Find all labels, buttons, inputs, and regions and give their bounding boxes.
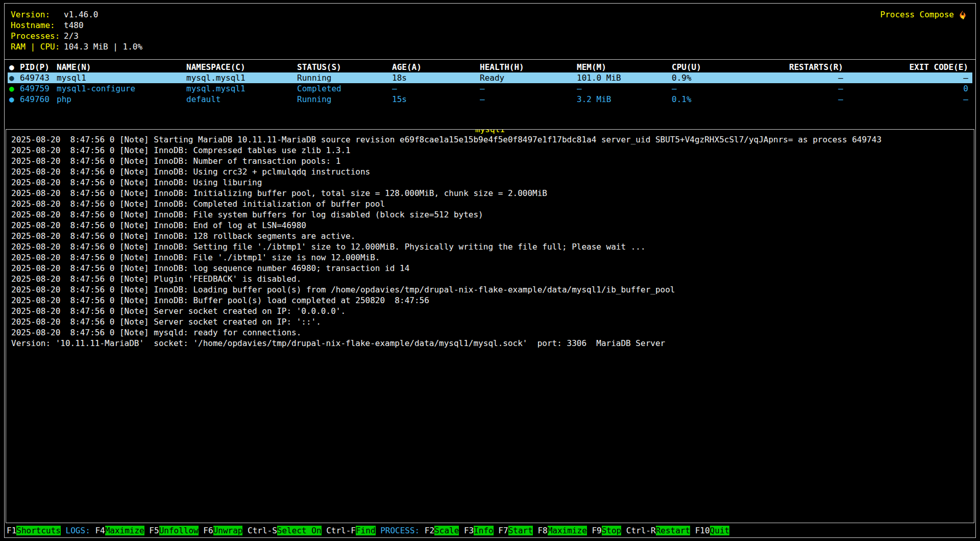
log-line: Version: '10.11.11-MariaDB' socket: '/ho… — [11, 338, 969, 349]
log-line: 2025-08-20 8:47:56 0 [Note] InnoDB: log … — [11, 263, 969, 274]
footer-key-label: F9 — [587, 526, 602, 535]
col-namespace[interactable]: NAMESPACE(C) — [186, 62, 297, 72]
cell-cpu: – — [672, 83, 748, 94]
footer-key-label: F4 — [95, 526, 105, 535]
process-row-mysql1-configure[interactable]: ● 649759 mysql1-configure mysql.mysql1 C… — [8, 83, 972, 94]
footer-action-button[interactable]: Unwrap — [213, 526, 243, 535]
footer-action-button[interactable]: Start — [508, 526, 533, 535]
cell-pid: 649760 — [20, 94, 57, 105]
log-line: 2025-08-20 8:47:56 0 [Note] InnoDB: File… — [11, 209, 969, 220]
footer-action-button[interactable]: Scale — [434, 526, 459, 535]
footer-action-button[interactable]: Restart — [656, 526, 690, 535]
footer-action-button[interactable]: Maximize — [105, 526, 144, 535]
col-restarts[interactable]: RESTARTS(R) — [748, 62, 843, 72]
log-line: 2025-08-20 8:47:56 0 [Note] InnoDB: Buff… — [11, 295, 969, 306]
footer-key-label: F10 — [690, 526, 710, 535]
cell-exit-code: – — [843, 72, 972, 83]
log-line: 2025-08-20 8:47:56 0 [Note] InnoDB: Load… — [11, 284, 969, 295]
log-line: 2025-08-20 8:47:56 0 [Note] mysqld: read… — [11, 327, 969, 338]
process-status-icon: ● — [8, 72, 20, 83]
cell-exit-code: – — [843, 94, 972, 105]
footer-action-button[interactable]: Find — [356, 526, 376, 535]
log-panel-title: mysql1 — [475, 129, 505, 135]
col-mem[interactable]: MEM(M) — [577, 62, 672, 72]
footer-key-label: Ctrl-S — [242, 526, 277, 535]
footer-key-label: F1 — [7, 526, 16, 535]
cell-namespace: mysql.mysql1 — [186, 83, 297, 94]
cell-namespace: mysql.mysql1 — [186, 72, 297, 83]
col-exit-code[interactable]: EXIT CODE(E) — [843, 62, 972, 72]
cell-status: Running — [297, 94, 392, 105]
footer-key-label: F6 — [199, 526, 213, 535]
processes-value: 2/3 — [64, 31, 79, 41]
footer-key-label: F5 — [144, 526, 159, 535]
cell-health: – — [480, 94, 577, 105]
footer-key-label: F8 — [533, 526, 548, 535]
log-panel[interactable]: mysql1 2025-08-20 8:47:56 0 [Note] Start… — [6, 129, 974, 523]
cell-status: Completed — [297, 83, 392, 94]
col-pid[interactable]: PID(P) — [20, 62, 57, 72]
log-line: 2025-08-20 8:47:56 0 [Note] InnoDB: File… — [11, 252, 969, 263]
footer-key-label: F2 — [425, 526, 434, 535]
log-line: 2025-08-20 8:47:56 0 [Note] Starting Mar… — [11, 134, 969, 145]
processes-label: Processes: — [11, 31, 64, 41]
log-line: 2025-08-20 8:47:56 0 [Note] InnoDB: Comp… — [11, 199, 969, 209]
processes-line: Processes:2/3 — [11, 31, 970, 41]
fire-icon — [958, 10, 967, 19]
log-line: 2025-08-20 8:47:56 0 [Note] InnoDB: Usin… — [11, 166, 969, 177]
process-row-mysql1[interactable]: ● 649743 mysql1 mysql.mysql1 Running 18s… — [8, 72, 972, 83]
process-row-php[interactable]: ● 649760 php default Running 15s – 3.2 M… — [8, 94, 972, 105]
cell-health: – — [480, 83, 577, 94]
footer-bar: F1Shortcuts LOGS: F4Maximize F5Unfollow … — [5, 523, 975, 537]
footer-action-button[interactable]: Quit — [710, 526, 730, 535]
cell-mem: – — [577, 83, 672, 94]
col-name[interactable]: NAME(N) — [57, 62, 186, 72]
cell-cpu: 0.1% — [672, 94, 748, 105]
log-line: 2025-08-20 8:47:56 0 [Note] InnoDB: Comp… — [11, 145, 969, 156]
log-line: 2025-08-20 8:47:56 0 [Note] InnoDB: End … — [11, 220, 969, 231]
col-age[interactable]: AGE(A) — [392, 62, 480, 72]
cell-age: 18s — [392, 72, 480, 83]
cell-status: Running — [297, 72, 392, 83]
ram-cpu-value: 104.3 MiB | 1.0% — [64, 41, 142, 52]
footer-action-button[interactable]: Stop — [602, 526, 622, 535]
log-line: 2025-08-20 8:47:56 0 [Note] InnoDB: Init… — [11, 188, 969, 199]
cell-pid: 649743 — [20, 72, 57, 83]
cell-namespace: default — [186, 94, 297, 105]
cell-age: – — [392, 83, 480, 94]
footer-key-label: Ctrl-F — [322, 526, 356, 535]
ram-cpu-line: RAM | CPU:104.3 MiB | 1.0% — [11, 41, 970, 52]
log-lines: 2025-08-20 8:47:56 0 [Note] Starting Mar… — [11, 134, 969, 349]
footer-action-button[interactable]: Select On — [277, 526, 322, 535]
cell-name: mysql1 — [57, 72, 186, 83]
cell-cpu: 0.9% — [672, 72, 748, 83]
version-line: Version:v1.46.0 — [11, 9, 970, 20]
cell-name: php — [57, 94, 186, 105]
col-cpu[interactable]: CPU(U) — [672, 62, 748, 72]
footer-action-button[interactable]: Maximize — [548, 526, 587, 535]
cell-name: mysql1-configure — [57, 83, 186, 94]
log-line: 2025-08-20 8:47:56 0 [Note] InnoDB: Usin… — [11, 177, 969, 188]
log-line: 2025-08-20 8:47:56 0 [Note] InnoDB: Numb… — [11, 156, 969, 166]
cell-restarts: – — [748, 94, 843, 105]
footer-action-button[interactable]: Shortcuts — [16, 526, 61, 535]
app-title: Process Compose — [880, 9, 968, 20]
footer-action-button[interactable]: Info — [474, 526, 494, 535]
hostname-label: Hostname: — [11, 20, 64, 31]
footer-key-label: Ctrl-R — [621, 526, 655, 535]
col-health[interactable]: HEALTH(H) — [480, 62, 577, 72]
footer-section-label: PROCESS: — [376, 526, 425, 535]
status-dot-column-header: ● — [8, 62, 20, 72]
version-label: Version: — [11, 9, 64, 20]
footer-action-button[interactable]: Unfollow — [159, 526, 199, 535]
hostname-line: Hostname:t480 — [11, 20, 970, 31]
process-table-header: ● PID(P) NAME(N) NAMESPACE(C) STATUS(S) … — [8, 62, 972, 72]
col-status[interactable]: STATUS(S) — [297, 62, 392, 72]
process-compose-app: Version:v1.46.0 Hostname:t480 Processes:… — [4, 3, 976, 538]
cell-restarts: – — [748, 83, 843, 94]
cell-exit-code: 0 — [843, 83, 972, 94]
log-line: 2025-08-20 8:47:56 0 [Note] Plugin 'FEED… — [11, 274, 969, 284]
hostname-value: t480 — [64, 20, 84, 31]
cell-mem: 3.2 MiB — [577, 94, 672, 105]
cell-health: Ready — [480, 72, 577, 83]
